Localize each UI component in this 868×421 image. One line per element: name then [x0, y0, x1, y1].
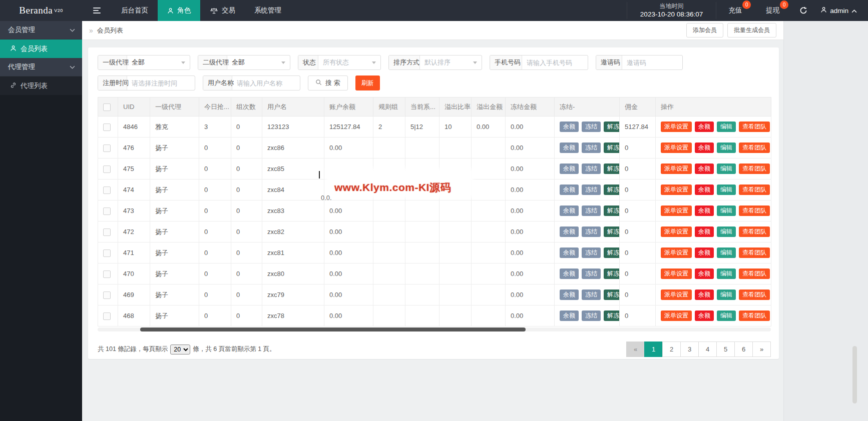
freeze-button-解冻[interactable]: 解冻 [604, 310, 620, 321]
per-page-select[interactable]: 20 [170, 344, 190, 354]
freeze-button-解冻[interactable]: 解冻 [604, 290, 620, 300]
sidebar-item-会员列表[interactable]: 会员列表 [0, 40, 82, 58]
action-button-编辑[interactable]: 编辑 [717, 310, 736, 321]
action-button-派单设置[interactable]: 派单设置 [661, 226, 692, 237]
action-button-派单设置[interactable]: 派单设置 [661, 206, 692, 216]
action-button-派单设置[interactable]: 派单设置 [661, 310, 692, 321]
freeze-button-余额[interactable]: 余额 [560, 164, 579, 174]
action-button-编辑[interactable]: 编辑 [717, 206, 736, 216]
freeze-button-余额[interactable]: 余额 [560, 142, 579, 153]
filter-排序方式[interactable]: 排序方式默认排序 [388, 55, 482, 70]
action-button-查看团队[interactable]: 查看团队 [739, 268, 770, 279]
action-button-派单设置[interactable]: 派单设置 [661, 248, 692, 258]
filter-select-二级代理[interactable]: 全部 [227, 56, 290, 70]
action-button-余额[interactable]: 余额 [695, 226, 714, 237]
select-all-checkbox[interactable] [103, 104, 111, 111]
pagination-page-4[interactable]: 4 [698, 342, 717, 357]
action-button-余额[interactable]: 余额 [695, 206, 714, 216]
action-button-余额[interactable]: 余额 [695, 268, 714, 279]
row-checkbox[interactable] [103, 228, 111, 236]
row-checkbox[interactable] [103, 144, 111, 152]
freeze-button-解冻[interactable]: 解冻 [604, 268, 620, 279]
pagination-page-2[interactable]: 2 [662, 342, 681, 357]
freeze-button-解冻[interactable]: 解冻 [604, 248, 620, 258]
freeze-button-余额[interactable]: 余额 [560, 268, 579, 279]
action-button-查看团队[interactable]: 查看团队 [739, 310, 770, 321]
filter-select-一级代理[interactable]: 全部 [127, 56, 190, 70]
action-button-查看团队[interactable]: 查看团队 [739, 290, 770, 300]
action-button-派单设置[interactable]: 派单设置 [661, 142, 692, 153]
batch-generate-button[interactable]: 批量生成会员 [727, 23, 776, 38]
freeze-button-冻结[interactable]: 冻结 [582, 290, 601, 300]
pagination-next[interactable]: » [752, 342, 771, 357]
freeze-button-冻结[interactable]: 冻结 [582, 206, 601, 216]
nav-item-后台首页[interactable]: 后台首页 [112, 0, 158, 21]
freeze-button-冻结[interactable]: 冻结 [582, 164, 601, 174]
action-button-编辑[interactable]: 编辑 [717, 290, 736, 300]
filter-input-field[interactable] [132, 80, 190, 87]
pagination-page-5[interactable]: 5 [716, 342, 735, 357]
action-button-编辑[interactable]: 编辑 [717, 268, 736, 279]
action-button-余额[interactable]: 余额 [695, 164, 714, 174]
refresh-icon[interactable] [791, 6, 815, 14]
filter-二级代理[interactable]: 二级代理全部 [198, 55, 290, 70]
filter-input-field[interactable] [237, 80, 295, 87]
freeze-button-冻结[interactable]: 冻结 [582, 268, 601, 279]
action-button-查看团队[interactable]: 查看团队 [739, 164, 770, 174]
filter-用户名称[interactable]: 用户名称 [203, 76, 300, 90]
horizontal-scrollbar[interactable] [98, 328, 771, 332]
action-button-派单设置[interactable]: 派单设置 [661, 184, 692, 195]
admin-menu[interactable]: admin [815, 6, 868, 14]
freeze-button-解冻[interactable]: 解冻 [604, 206, 620, 216]
row-checkbox[interactable] [103, 270, 111, 278]
action-button-查看团队[interactable]: 查看团队 [739, 248, 770, 258]
search-button[interactable]: 搜 索 [308, 76, 348, 90]
filter-一级代理[interactable]: 一级代理全部 [98, 55, 190, 70]
filter-手机号码[interactable]: 手机号码 [490, 55, 588, 70]
sidebar-group-代理管理[interactable]: 代理管理 [0, 58, 82, 76]
freeze-button-解冻[interactable]: 解冻 [604, 226, 620, 237]
filter-input-field[interactable] [527, 59, 583, 66]
filter-select-状态[interactable]: 所有状态 [318, 56, 380, 70]
pagination-page-3[interactable]: 3 [680, 342, 699, 357]
freeze-button-余额[interactable]: 余额 [560, 226, 579, 237]
filter-邀请码[interactable]: 邀请码 [596, 55, 683, 70]
row-checkbox[interactable] [103, 292, 111, 299]
freeze-button-解冻[interactable]: 解冻 [604, 184, 620, 195]
freeze-button-冻结[interactable]: 冻结 [582, 122, 601, 132]
freeze-button-余额[interactable]: 余额 [560, 248, 579, 258]
action-button-余额[interactable]: 余额 [695, 122, 714, 132]
horizontal-scrollbar-thumb[interactable] [140, 328, 526, 332]
freeze-button-余额[interactable]: 余额 [560, 206, 579, 216]
action-button-编辑[interactable]: 编辑 [717, 122, 736, 132]
freeze-button-余额[interactable]: 余额 [560, 184, 579, 195]
freeze-button-冻结[interactable]: 冻结 [582, 226, 601, 237]
refresh-button[interactable]: 刷新 [355, 76, 380, 90]
action-button-派单设置[interactable]: 派单设置 [661, 122, 692, 132]
filter-input-注册时间[interactable] [127, 76, 195, 90]
nav-item-交易[interactable]: 交易 [200, 0, 245, 21]
freeze-button-余额[interactable]: 余额 [560, 310, 579, 321]
action-button-余额[interactable]: 余额 [695, 184, 714, 195]
window-scrollbar-thumb[interactable] [852, 346, 857, 404]
action-button-编辑[interactable]: 编辑 [717, 248, 736, 258]
filter-input-用户名称[interactable] [232, 76, 300, 90]
freeze-button-解冻[interactable]: 解冻 [604, 122, 620, 132]
action-button-余额[interactable]: 余额 [695, 310, 714, 321]
row-checkbox[interactable] [103, 124, 111, 131]
freeze-button-冻结[interactable]: 冻结 [582, 310, 601, 321]
filter-input-手机号码[interactable] [522, 56, 588, 70]
sidebar-item-代理列表[interactable]: 代理列表 [0, 76, 82, 95]
filter-状态[interactable]: 状态所有状态 [298, 55, 381, 70]
action-button-余额[interactable]: 余额 [695, 290, 714, 300]
action-button-查看团队[interactable]: 查看团队 [739, 226, 770, 237]
freeze-button-余额[interactable]: 余额 [560, 122, 579, 132]
row-checkbox[interactable] [103, 208, 111, 215]
sidebar-toggle-icon[interactable] [82, 0, 112, 21]
freeze-button-冻结[interactable]: 冻结 [582, 142, 601, 153]
action-button-编辑[interactable]: 编辑 [717, 226, 736, 237]
row-checkbox[interactable] [103, 166, 111, 173]
add-member-button[interactable]: 添加会员 [686, 23, 723, 38]
action-button-查看团队[interactable]: 查看团队 [739, 206, 770, 216]
freeze-button-解冻[interactable]: 解冻 [604, 142, 620, 153]
